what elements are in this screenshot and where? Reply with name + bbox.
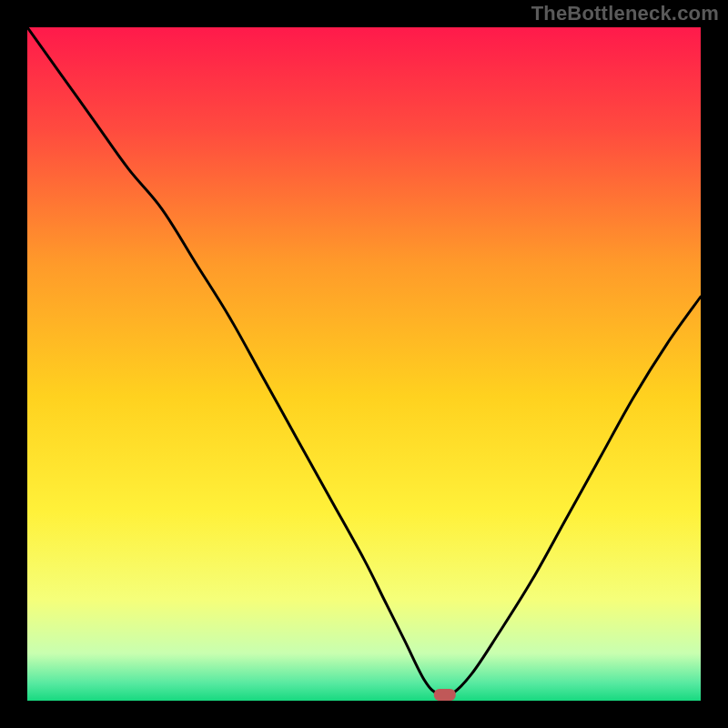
- chart-svg: [27, 27, 701, 701]
- chart-frame: TheBottleneck.com: [0, 0, 728, 728]
- gradient-background: [27, 27, 701, 701]
- watermark-text: TheBottleneck.com: [531, 2, 719, 25]
- optimal-point-marker: [434, 689, 456, 701]
- plot-area: [27, 27, 701, 701]
